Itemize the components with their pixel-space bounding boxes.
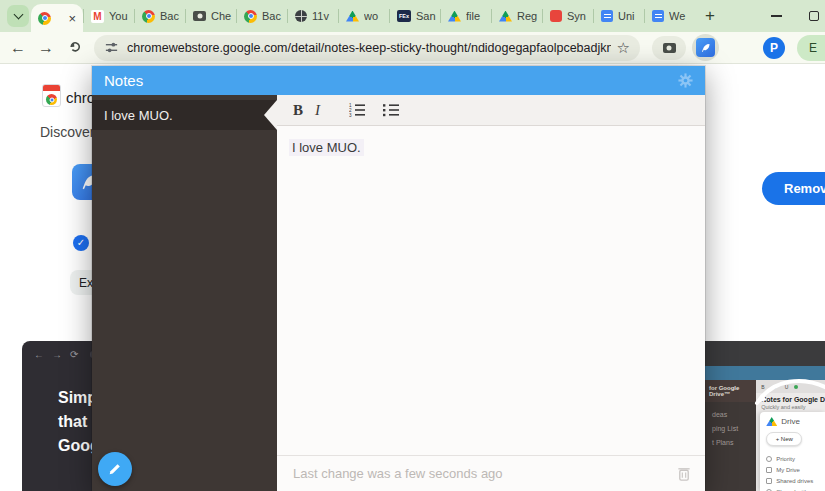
forward-button[interactable]: → bbox=[32, 39, 60, 57]
note-list-item-selected[interactable]: I love MUO. bbox=[92, 100, 277, 130]
screenshot-tool-button[interactable] bbox=[652, 36, 686, 60]
tab-search-button[interactable] bbox=[7, 5, 29, 27]
tab-che[interactable]: Che bbox=[185, 0, 236, 32]
new-tab-button[interactable]: + bbox=[705, 6, 715, 26]
pencil-icon bbox=[107, 461, 123, 477]
selected-notch bbox=[264, 100, 277, 130]
ordered-list-icon: 123 bbox=[349, 103, 365, 117]
drive-new-button: + New bbox=[766, 432, 802, 446]
page-content: chro Discover ✓ Ex Remove f ← → ⟳ Simp t… bbox=[0, 64, 825, 491]
reload-icon bbox=[67, 38, 82, 53]
notes-extension-icon bbox=[696, 38, 715, 57]
svg-text:3: 3 bbox=[349, 113, 352, 117]
tab-we[interactable]: We bbox=[644, 0, 695, 32]
tab-bac-2[interactable]: Bac bbox=[236, 0, 287, 32]
popup-header: Notes bbox=[92, 66, 705, 95]
tab-syn[interactable]: Syn bbox=[542, 0, 593, 32]
red-site-icon bbox=[550, 10, 562, 22]
drive-menu-item: Priority bbox=[776, 456, 795, 462]
back-button[interactable]: ← bbox=[4, 39, 32, 57]
promo-sidebar-header: for Google Drive™ bbox=[705, 380, 756, 402]
bullet-list-icon bbox=[383, 103, 399, 117]
drive-icon bbox=[766, 417, 777, 426]
webstore-brand-text: chro bbox=[66, 89, 95, 106]
chevron-down-icon bbox=[13, 10, 23, 20]
tab-bac-1[interactable]: Bac bbox=[134, 0, 185, 32]
promo-sidebar-item: t Plans bbox=[705, 436, 756, 450]
minimize-button[interactable] bbox=[771, 15, 782, 17]
tab-uni[interactable]: Uni bbox=[593, 0, 644, 32]
mini-forward-icon: → bbox=[52, 349, 62, 360]
new-note-button[interactable] bbox=[98, 452, 132, 486]
bullet-list-button[interactable] bbox=[383, 103, 405, 117]
promo-screenshot-right[interactable]: for Google Drive™ deas ping List t Plans… bbox=[705, 341, 825, 491]
gmail-icon: M bbox=[91, 10, 104, 23]
note-item-label: I love MUO. bbox=[104, 108, 173, 123]
bold-button[interactable]: B bbox=[293, 102, 315, 119]
editor-toolbar: B I 123 bbox=[277, 95, 705, 126]
url-text[interactable]: chromewebstore.google.com/detail/notes-k… bbox=[127, 41, 611, 55]
promo-card-subtitle: Quickly and easily bbox=[756, 403, 825, 412]
address-bar[interactable]: chromewebstore.google.com/detail/notes-k… bbox=[94, 35, 640, 61]
fex-icon: FEx bbox=[397, 10, 411, 22]
last-change-status: Last change was a few seconds ago bbox=[293, 466, 503, 481]
chrome-webstore-icon bbox=[38, 12, 51, 25]
promo-mini-toolbar: B I U bbox=[761, 384, 792, 390]
mini-back-icon: ← bbox=[34, 349, 44, 360]
globe-icon bbox=[295, 10, 307, 22]
drive-icon bbox=[448, 11, 461, 22]
promo-sidebar-item: ping List bbox=[705, 422, 756, 436]
nav-discover[interactable]: Discover bbox=[40, 124, 94, 140]
delete-note-button[interactable] bbox=[677, 466, 691, 481]
bookmark-star-icon[interactable]: ☆ bbox=[617, 39, 630, 57]
blue-doc-icon bbox=[652, 10, 664, 22]
promo-sidebar-item: deas bbox=[705, 408, 756, 422]
chrome-icon bbox=[142, 10, 155, 23]
profile-avatar[interactable]: P bbox=[763, 37, 785, 59]
tab-you[interactable]: M You bbox=[83, 0, 134, 32]
drive-mini-panel: Drive + New Priority My Drive Shared dri… bbox=[760, 412, 825, 491]
italic-button[interactable]: I bbox=[315, 102, 337, 119]
reload-button[interactable] bbox=[60, 38, 88, 57]
notes-list-sidebar: I love MUO. bbox=[92, 95, 277, 491]
verified-badge-icon: ✓ bbox=[73, 235, 89, 251]
chrome-webstore-logo bbox=[42, 84, 61, 107]
promo-card-title: Notes for Google D bbox=[756, 393, 825, 403]
popup-title: Notes bbox=[104, 72, 143, 89]
trash-icon bbox=[677, 466, 691, 481]
mini-reload-icon: ⟳ bbox=[70, 349, 78, 360]
note-editor: B I 123 bbox=[277, 95, 705, 491]
profile-edge-chip[interactable]: E bbox=[797, 35, 825, 61]
site-settings-icon[interactable] bbox=[104, 40, 119, 55]
camera-icon bbox=[193, 11, 206, 21]
editor-footer: Last change was a few seconds ago bbox=[277, 455, 705, 491]
tab-wo[interactable]: wo bbox=[338, 0, 389, 32]
browser-toolbar: ← → chromewebstore.google.com/detail/not… bbox=[0, 32, 825, 64]
blue-doc-icon bbox=[601, 10, 613, 22]
tab-active-webstore[interactable]: × bbox=[31, 4, 83, 32]
note-text: I love MUO. bbox=[289, 139, 364, 156]
chrome-icon bbox=[244, 10, 257, 23]
drive-icon bbox=[499, 11, 512, 22]
settings-gear-icon[interactable] bbox=[677, 72, 694, 89]
tab-strip: × M You Bac Che Bac 11v wo FEx San file … bbox=[0, 0, 825, 32]
ordered-list-button[interactable]: 123 bbox=[349, 103, 371, 117]
note-text-area[interactable]: I love MUO. bbox=[277, 126, 705, 455]
notes-extension-popup: Notes I love MUO. bbox=[92, 66, 705, 491]
remove-extension-button[interactable]: Remove f bbox=[762, 172, 825, 205]
drive-app-name: Drive bbox=[781, 417, 800, 426]
drive-menu-item: Shared drives bbox=[776, 478, 813, 484]
tab-file[interactable]: file bbox=[440, 0, 491, 32]
tab-san[interactable]: FEx San bbox=[389, 0, 440, 32]
tab-11v[interactable]: 11v bbox=[287, 0, 338, 32]
close-tab-icon[interactable]: × bbox=[68, 12, 76, 25]
drive-icon bbox=[346, 11, 359, 22]
drive-menu-item: My Drive bbox=[776, 467, 800, 473]
maximize-button[interactable] bbox=[809, 11, 819, 21]
green-dot-icon bbox=[794, 385, 798, 389]
tab-reg[interactable]: Reg bbox=[491, 0, 542, 32]
notes-extension-button[interactable] bbox=[692, 34, 719, 61]
camera-icon bbox=[663, 43, 676, 53]
